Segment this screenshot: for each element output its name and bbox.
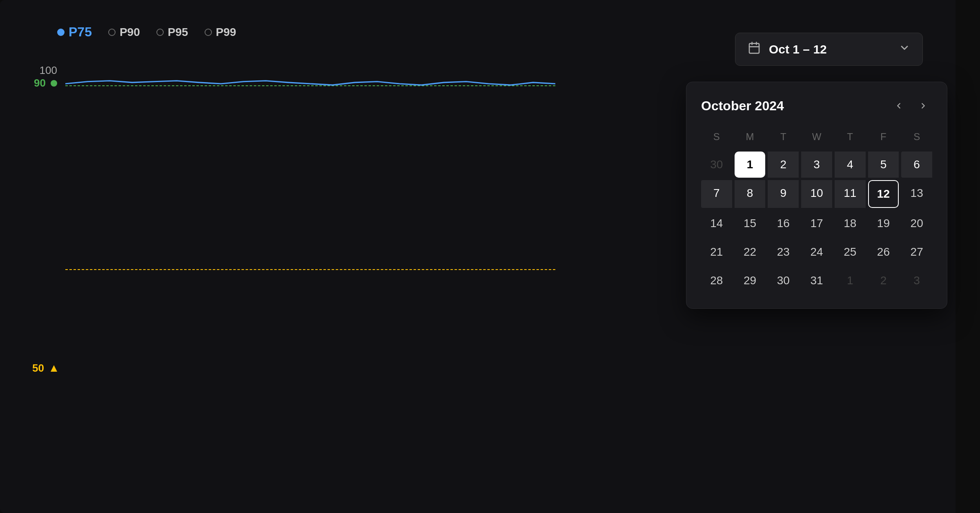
legend-label-p75: P75 (69, 25, 92, 40)
chart-svg (65, 56, 555, 424)
cal-day-5[interactable]: 5 (868, 152, 899, 178)
legend-dot-p99 (205, 29, 212, 36)
prev-month-button[interactable] (890, 97, 908, 115)
y-value-50: 50 (32, 362, 44, 375)
chart-with-axis: 100 90 50 (33, 56, 555, 424)
y-axis: 100 90 50 (33, 56, 57, 424)
cal-day-3[interactable]: 3 (801, 152, 832, 178)
cal-day-4[interactable]: 4 (835, 152, 866, 178)
cal-day-14[interactable]: 14 (701, 210, 732, 236)
cal-day-19[interactable]: 19 (868, 210, 899, 236)
sidebar-right (956, 0, 980, 513)
cal-day-20[interactable]: 20 (901, 210, 932, 236)
cal-day-22[interactable]: 22 (735, 239, 766, 265)
chevron-down-icon (899, 42, 910, 56)
p75-line (65, 81, 555, 85)
dow-w: W (801, 128, 832, 149)
calendar-dropdown: October 2024 S M T W T (686, 82, 947, 309)
cal-day-2[interactable]: 2 (768, 152, 799, 178)
triangle-indicator (51, 365, 57, 372)
green-dot-indicator (51, 80, 57, 87)
dow-f: F (868, 128, 899, 149)
cal-day-31[interactable]: 31 (801, 268, 832, 294)
dow-s1: S (701, 128, 732, 149)
cal-day-1-next[interactable]: 1 (835, 268, 866, 294)
legend-label-p99: P99 (216, 26, 236, 39)
cal-day-6[interactable]: 6 (901, 152, 932, 178)
cal-day-12[interactable]: 12 (868, 180, 899, 208)
cal-day-10[interactable]: 10 (801, 180, 832, 208)
dow-s2: S (901, 128, 932, 149)
legend-label-p95: P95 (168, 26, 188, 39)
cal-day-7[interactable]: 7 (701, 180, 732, 208)
y-label-100: 100 (40, 64, 57, 77)
cal-day-13[interactable]: 13 (901, 180, 932, 208)
chart-area: P75 P90 P95 P99 100 90 (0, 0, 572, 513)
cal-day-11[interactable]: 11 (835, 180, 866, 208)
cal-day-18[interactable]: 18 (835, 210, 866, 236)
cal-day-3-next[interactable]: 3 (901, 268, 932, 294)
legend-p75: P75 (57, 25, 92, 40)
calendar-icon (748, 41, 761, 57)
dow-m: M (735, 128, 766, 149)
cal-day-9[interactable]: 9 (768, 180, 799, 208)
legend-p95: P95 (156, 26, 188, 39)
next-month-button[interactable] (914, 97, 932, 115)
chart-plot (65, 56, 555, 424)
cal-day-15[interactable]: 15 (735, 210, 766, 236)
cal-day-16[interactable]: 16 (768, 210, 799, 236)
y-label-90: 90 (34, 77, 57, 89)
legend-dot-p90 (108, 29, 116, 36)
cal-day-23[interactable]: 23 (768, 239, 799, 265)
cal-day-26[interactable]: 26 (868, 239, 899, 265)
calendar-header: October 2024 (701, 97, 932, 115)
cal-day-2-next[interactable]: 2 (868, 268, 899, 294)
y-label-50: 50 (32, 362, 57, 407)
date-range-label: Oct 1 – 12 (769, 42, 882, 56)
cal-day-27[interactable]: 27 (901, 239, 932, 265)
dow-t2: T (835, 128, 866, 149)
dow-t1: T (768, 128, 799, 149)
calendar-month-label: October 2024 (701, 98, 784, 114)
cal-day-30-prev[interactable]: 30 (701, 152, 732, 178)
svg-rect-0 (749, 43, 759, 53)
legend-dot-p75 (57, 29, 65, 36)
cal-day-25[interactable]: 25 (835, 239, 866, 265)
cal-day-21[interactable]: 21 (701, 239, 732, 265)
y-value-100: 100 (40, 64, 57, 77)
cal-day-29[interactable]: 29 (735, 268, 766, 294)
calendar-grid: S M T W T F S 30 1 2 3 4 5 6 7 8 9 10 11… (701, 128, 932, 294)
cal-day-1[interactable]: 1 (735, 152, 766, 178)
cal-day-8[interactable]: 8 (735, 180, 766, 208)
chart-legend: P75 P90 P95 P99 (33, 25, 555, 40)
y-value-90: 90 (34, 77, 46, 89)
legend-label-p90: P90 (120, 26, 140, 39)
cal-day-30[interactable]: 30 (768, 268, 799, 294)
cal-day-28[interactable]: 28 (701, 268, 732, 294)
cal-day-17[interactable]: 17 (801, 210, 832, 236)
app-container: P75 P90 P95 P99 100 90 (0, 0, 980, 513)
cal-day-24[interactable]: 24 (801, 239, 832, 265)
legend-dot-p95 (156, 29, 164, 36)
legend-p99: P99 (205, 26, 236, 39)
date-picker-trigger[interactable]: Oct 1 – 12 (735, 33, 923, 66)
calendar-nav (890, 97, 932, 115)
legend-p90: P90 (108, 26, 140, 39)
